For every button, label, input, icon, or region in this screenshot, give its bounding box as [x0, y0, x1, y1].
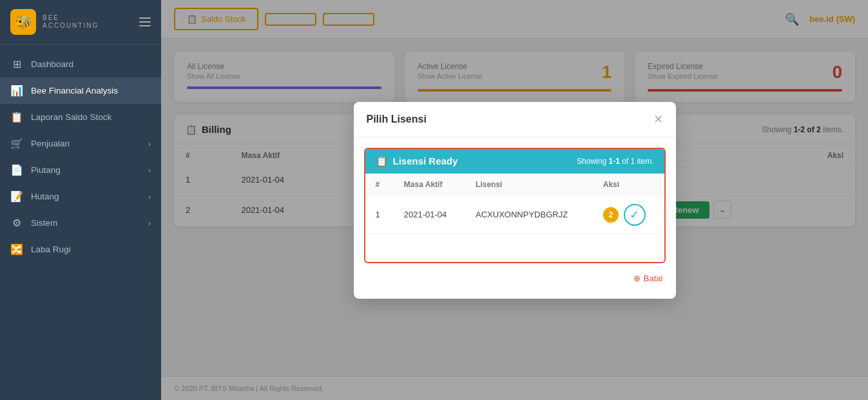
- hutang-chevron: ›: [148, 193, 151, 201]
- sidebar-label-piutang: Piutang: [31, 165, 61, 175]
- lisensi-col-num: #: [365, 174, 394, 196]
- select-lisensi-button[interactable]: ✓: [624, 204, 646, 226]
- sidebar-item-dashboard[interactable]: ⊞ Dashboard: [0, 51, 161, 77]
- modal-footer: ⊕ Batal: [354, 274, 676, 286]
- lisensi-header-left: 📋 Lisensi Ready: [376, 155, 458, 167]
- sidebar-item-laba-rugi[interactable]: 🔀 Laba Rugi: [0, 236, 161, 263]
- bee-logo-icon: 🐝: [10, 9, 36, 35]
- modal-title: Pilih Lisensi: [367, 114, 427, 125]
- modal-pilih-lisensi: Pilih Lisensi ✕ 📋 Lisensi Ready Showing …: [354, 102, 676, 299]
- logo-text: BEE ACCOUNTING: [43, 14, 99, 30]
- sidebar-label-laporan-saldo: Laporan Saldo Stock: [31, 112, 111, 122]
- laba-rugi-icon: 🔀: [10, 243, 23, 255]
- modal-close-button[interactable]: ✕: [653, 112, 663, 126]
- penjualan-icon: 🛒: [10, 137, 23, 150]
- bee-financial-icon: 📊: [10, 85, 23, 97]
- sidebar-label-penjualan: Penjualan: [31, 139, 70, 148]
- lisensi-empty-row: [365, 234, 664, 262]
- sidebar-label-laba-rugi: Laba Rugi: [31, 245, 71, 254]
- sidebar-label-dashboard: Dashboard: [31, 59, 73, 69]
- lisensi-table: # Masa Aktif Lisensi Aksi 1 2021-01-04 A…: [365, 174, 664, 262]
- sidebar: 🐝 BEE ACCOUNTING ⊞ Dashboard 📊 Bee Finan…: [0, 0, 161, 400]
- sidebar-item-laporan-saldo[interactable]: 📋 Laporan Saldo Stock: [0, 104, 161, 130]
- brand-sub: ACCOUNTING: [43, 22, 99, 30]
- sidebar-label-sistem: Sistem: [31, 218, 57, 228]
- hamburger-menu[interactable]: [139, 17, 151, 26]
- sidebar-item-hutang[interactable]: 📝 Hutang ›: [0, 183, 161, 210]
- piutang-icon: 📄: [10, 164, 23, 176]
- dashboard-icon: ⊞: [10, 58, 23, 70]
- laporan-saldo-icon: 📋: [10, 111, 23, 123]
- sidebar-label-hutang: Hutang: [31, 192, 59, 201]
- lisensi-row1-aksi: 2 ✓: [593, 195, 664, 234]
- batal-button[interactable]: ⊕ Batal: [633, 274, 663, 283]
- sistem-chevron: ›: [148, 219, 151, 227]
- lisensi-row-1: 1 2021-01-04 ACXUXONNPYDBGRJZ 2 ✓: [365, 195, 664, 234]
- lisensi-row1-lisensi: ACXUXONNPYDBGRJZ: [465, 195, 593, 234]
- brand-main: BEE: [43, 14, 99, 22]
- lisensi-panel: 📋 Lisensi Ready Showing 1-1 of 1 item. #…: [364, 148, 666, 263]
- lisensi-header-icon: 📋: [376, 155, 388, 167]
- hutang-icon: 📝: [10, 190, 23, 203]
- lisensi-row1-masa-aktif: 2021-01-04: [394, 195, 465, 234]
- modal-body: 📋 Lisensi Ready Showing 1-1 of 1 item. #…: [354, 148, 676, 299]
- sistem-icon: ⚙: [10, 217, 23, 229]
- step-badge-2: 2: [603, 207, 619, 223]
- sidebar-item-sistem[interactable]: ⚙ Sistem ›: [0, 210, 161, 236]
- sidebar-menu: ⊞ Dashboard 📊 Bee Financial Analysis 📋 L…: [0, 45, 161, 400]
- batal-label: Batal: [644, 274, 663, 283]
- main-area: 📋 Saldo Stock 🔍 bee.id (SW) All License …: [161, 0, 868, 400]
- lisensi-header: 📋 Lisensi Ready Showing 1-1 of 1 item.: [365, 149, 664, 174]
- lisensi-col-lisensi: Lisensi: [465, 174, 593, 196]
- sidebar-item-piutang[interactable]: 📄 Piutang ›: [0, 157, 161, 183]
- modal-header: Pilih Lisensi ✕: [354, 102, 676, 137]
- sidebar-item-penjualan[interactable]: 🛒 Penjualan ›: [0, 130, 161, 157]
- modal-overlay[interactable]: Pilih Lisensi ✕ 📋 Lisensi Ready Showing …: [161, 0, 868, 400]
- piutang-chevron: ›: [148, 166, 151, 174]
- batal-icon: ⊕: [633, 274, 641, 283]
- sidebar-logo: 🐝 BEE ACCOUNTING: [0, 0, 161, 45]
- lisensi-row1-num: 1: [365, 195, 394, 234]
- lisensi-header-showing: Showing 1-1 of 1 item.: [577, 157, 653, 166]
- sidebar-label-bee-financial: Bee Financial Analysis: [31, 86, 118, 95]
- penjualan-chevron: ›: [148, 140, 151, 148]
- lisensi-header-title: Lisensi Ready: [393, 155, 458, 166]
- lisensi-col-masa-aktif: Masa Aktif: [394, 174, 465, 196]
- sidebar-item-bee-financial[interactable]: 📊 Bee Financial Analysis: [0, 77, 161, 104]
- lisensi-col-aksi: Aksi: [593, 174, 664, 196]
